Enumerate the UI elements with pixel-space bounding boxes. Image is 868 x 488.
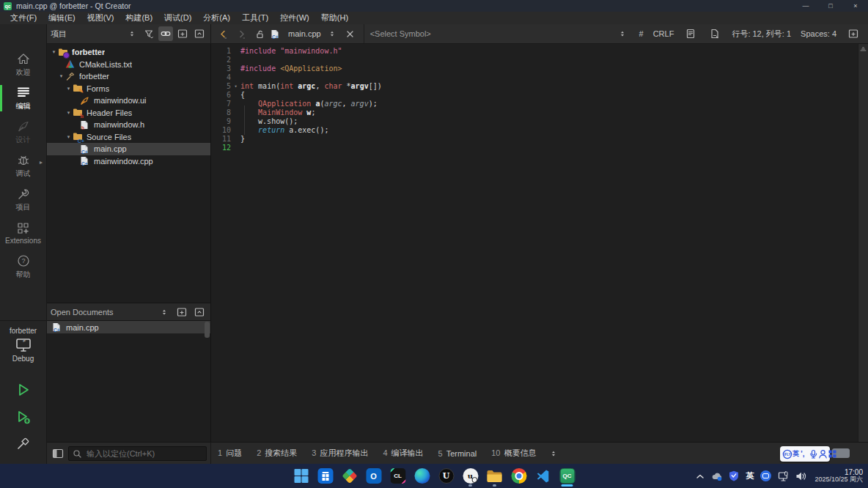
taskbar-app-outlook[interactable]: O: [364, 465, 383, 487]
taskbar-app-clion[interactable]: CL: [389, 465, 408, 487]
flyout-arrow[interactable]: ▸: [40, 159, 43, 166]
output-pane-编译输出[interactable]: 4编译输出: [383, 448, 423, 459]
tree-expander[interactable]: ▾: [50, 49, 58, 55]
mode-欢迎[interactable]: 欢迎: [0, 48, 46, 81]
build-button[interactable]: [14, 435, 33, 454]
locator-input[interactable]: [68, 446, 207, 461]
editor-scrollbar[interactable]: [858, 44, 868, 442]
fold-marker[interactable]: ▾: [231, 82, 240, 91]
menu-item-3[interactable]: 构建(B): [119, 12, 158, 24]
taskbar-app-win-start[interactable]: [292, 465, 311, 487]
ime-grid-icon[interactable]: [828, 449, 837, 459]
taskbar-app-unreal[interactable]: U: [437, 465, 456, 487]
open-documents-spinner[interactable]: [157, 305, 172, 319]
close-document-icon[interactable]: [343, 26, 358, 41]
ime-language-indicator[interactable]: 英: [746, 470, 754, 481]
menu-item-2[interactable]: 视图(V): [81, 12, 120, 24]
tree-item-mainwindow.h[interactable]: hmainwindow.h: [47, 119, 210, 131]
menu-item-0[interactable]: 文件(F): [4, 12, 43, 24]
mode-帮助[interactable]: ?帮助: [0, 250, 46, 284]
ime-mode-label[interactable]: 英: [792, 449, 799, 459]
close-button[interactable]: ×: [843, 0, 868, 12]
taskbar-app-unreal-search[interactable]: u: [461, 465, 480, 487]
line-ending-indicator[interactable]: CRLF: [653, 29, 674, 38]
taskbar-app-chrome[interactable]: [510, 465, 529, 487]
symbol-selector[interactable]: <Select Symbol>: [370, 29, 431, 38]
tree-expander[interactable]: ▾: [57, 73, 65, 79]
open-documents-title[interactable]: Open Documents: [51, 308, 114, 317]
debug-run-button[interactable]: [14, 407, 33, 426]
menu-item-1[interactable]: 编辑(E): [43, 12, 81, 24]
mode-编辑[interactable]: 编辑: [0, 81, 46, 115]
output-pane-Terminal[interactable]: 5Terminal: [438, 449, 477, 458]
tray-chevron-icon[interactable]: [696, 473, 705, 480]
file-spinner[interactable]: [325, 26, 339, 41]
tree-item-CMakeLists.txt[interactable]: CMakeLists.txt: [47, 59, 210, 71]
kit-selector[interactable]: forbetter ▸ Debug: [0, 320, 46, 363]
tree-item-forbetter[interactable]: ▾forbetter: [47, 70, 210, 83]
menu-item-8[interactable]: 帮助(H): [315, 12, 354, 24]
output-pane-应用程序输出[interactable]: 3应用程序输出: [312, 448, 368, 459]
open-documents-scrollbar[interactable]: [205, 322, 210, 338]
ime-user-icon[interactable]: [818, 449, 828, 459]
open-file-name[interactable]: main.cpp: [288, 29, 321, 38]
output-pane-搜索结果[interactable]: 2搜索结果: [257, 448, 297, 459]
open-document-main.cpp[interactable]: C+main.cpp: [47, 321, 210, 333]
go-back-icon[interactable]: [216, 26, 230, 41]
open-documents-close-icon[interactable]: [192, 305, 207, 319]
menu-item-4[interactable]: 调试(D): [158, 12, 197, 24]
symbol-spinner[interactable]: [615, 26, 630, 41]
tray-app-icon[interactable]: [760, 470, 771, 481]
cast-device-icon[interactable]: [778, 471, 789, 481]
navigator-mode-select[interactable]: 项目: [51, 29, 67, 40]
run-button[interactable]: [14, 380, 33, 399]
unlock-icon[interactable]: [252, 26, 267, 41]
menu-item-7[interactable]: 控件(W): [274, 12, 315, 24]
split-close-icon[interactable]: [192, 26, 207, 41]
output-pane-概要信息[interactable]: 10概要信息: [491, 448, 536, 459]
output-pane-问题[interactable]: 1问题: [218, 448, 242, 459]
onedrive-cloud-icon[interactable]: [711, 471, 722, 481]
code-editor[interactable]: 1#include "mainwindow.h"23#include <QApp…: [211, 44, 858, 442]
taskbar-app-edge[interactable]: [413, 465, 432, 487]
tree-expander[interactable]: ▾: [65, 86, 73, 92]
tree-expander[interactable]: ▾: [65, 134, 73, 140]
split-add-icon[interactable]: [175, 26, 190, 41]
text-format-icon[interactable]: [683, 26, 698, 41]
tree-expander[interactable]: ▾: [65, 110, 73, 116]
menu-item-6[interactable]: 工具(T): [236, 12, 274, 24]
mode-extensions[interactable]: Extensions: [0, 216, 46, 250]
tree-item-Forms[interactable]: ▾✎Forms: [47, 83, 210, 95]
encoding-hash[interactable]: #: [639, 29, 644, 38]
taskbar-app-ms-store[interactable]: [316, 465, 335, 487]
sync-with-editor-icon[interactable]: [158, 26, 173, 41]
mode-调试[interactable]: 调试▸: [0, 149, 46, 182]
security-shield-icon[interactable]: [729, 470, 739, 481]
taskbar-app-qtcreator[interactable]: QC: [558, 465, 577, 487]
output-pane-spinner[interactable]: [546, 446, 561, 461]
minimize-button[interactable]: —: [793, 0, 818, 12]
ime-microphone-icon[interactable]: [809, 449, 818, 459]
tree-item-mainwindow.ui[interactable]: mainwindow.ui: [47, 95, 210, 107]
taskbar-app-wegame[interactable]: [340, 465, 359, 487]
ifly-logo-icon[interactable]: iFLY: [782, 449, 792, 459]
toggle-sidebar-icon[interactable]: [51, 446, 65, 461]
mode-项目[interactable]: 项目: [0, 182, 46, 216]
restore-button[interactable]: □: [818, 0, 843, 12]
taskbar-clock[interactable]: 17:00 2025/10/25 周六: [814, 468, 863, 484]
navigator-mode-spinner[interactable]: [125, 26, 139, 41]
kit-flyout-arrow[interactable]: ▸: [23, 337, 26, 344]
volume-icon[interactable]: [795, 471, 806, 481]
indent-setting[interactable]: Spaces: 4: [801, 29, 836, 38]
tree-item-main.cpp[interactable]: C+main.cpp: [47, 143, 210, 155]
tree-item-Header Files[interactable]: ▾hHeader Files: [47, 107, 210, 119]
taskbar-app-explorer[interactable]: [485, 465, 504, 487]
open-documents-split-icon[interactable]: [174, 305, 189, 319]
ime-punctuation-icon[interactable]: ’,: [799, 450, 809, 459]
tree-item-Source Files[interactable]: ▾C+Source Files: [47, 131, 210, 144]
split-editor-icon[interactable]: [846, 26, 861, 41]
filter-icon[interactable]: [141, 26, 156, 41]
file-properties-icon[interactable]: [707, 26, 722, 41]
tree-item-mainwindow.cpp[interactable]: C+mainwindow.cpp: [47, 155, 210, 168]
taskbar-app-vscode[interactable]: [534, 465, 553, 487]
